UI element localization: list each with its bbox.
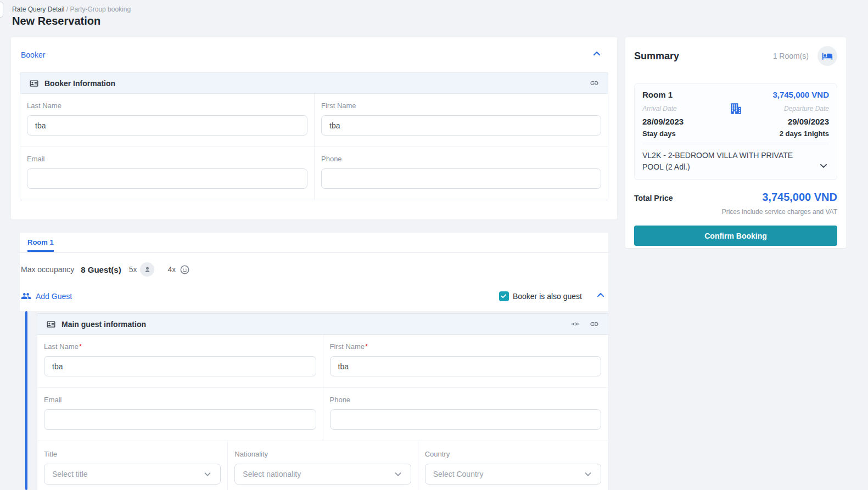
- booker-is-guest-label: Booker is also guest: [513, 292, 582, 301]
- guest-country-cell: Country Select Country: [418, 441, 608, 490]
- country-select[interactable]: Select Country: [425, 464, 601, 485]
- booker-collapse-button[interactable]: [591, 48, 603, 60]
- guest-title-cell: Title Select title: [37, 441, 227, 490]
- chevron-down-icon: [583, 469, 593, 479]
- booker-is-guest-checkbox[interactable]: [499, 291, 509, 301]
- building-icon: [729, 102, 743, 116]
- guest-email-input[interactable]: [44, 409, 316, 430]
- divider: [642, 144, 829, 144]
- chevron-up-icon: [591, 48, 602, 59]
- arrival-date-label: Arrival Date: [642, 105, 729, 112]
- summary-title: Summary: [634, 50, 679, 62]
- guest-phone-cell: Phone: [323, 388, 608, 441]
- total-price-value: 3,745,000 VND: [762, 191, 837, 204]
- max-occupancy-row: Max occupancy 8 Guest(s) 5x 4x: [21, 262, 608, 277]
- guest-last-name-cell: Last Name*: [37, 335, 323, 387]
- contact-card-icon: [29, 78, 39, 88]
- chevron-down-icon: [818, 160, 829, 171]
- tab-room-1[interactable]: Room 1: [27, 238, 54, 252]
- guest-nationality-cell: Nationality Select nationality: [227, 441, 417, 490]
- copy-link-button[interactable]: [590, 319, 599, 329]
- price-note: Prices include service charges and VAT: [634, 208, 837, 216]
- booker-information-header: Booker Information: [20, 73, 608, 94]
- rooms-button[interactable]: [817, 46, 837, 66]
- guest-last-name-input[interactable]: [44, 356, 316, 376]
- booker-information-card: Booker Information Last Name First Name: [20, 72, 608, 200]
- booker-email-cell: Email: [20, 147, 314, 200]
- breadcrumb: Rate Query Detail / Party-Group booking: [12, 5, 131, 13]
- email-label: Email: [44, 396, 316, 404]
- chevron-down-icon: [203, 469, 212, 479]
- main-guest-title: Main guest information: [61, 320, 146, 329]
- main-guest-card: Main guest information: [37, 313, 608, 490]
- required-asterisk: *: [365, 342, 368, 351]
- booker-last-name-input[interactable]: [27, 115, 307, 136]
- title-label: Title: [44, 450, 221, 458]
- booker-first-name-cell: First Name: [314, 94, 608, 147]
- booker-information-title: Booker Information: [44, 79, 115, 88]
- chevron-down-icon: [393, 469, 403, 479]
- check-icon: [500, 292, 507, 300]
- total-price-label: Total Price: [634, 194, 673, 202]
- guest-phone-input[interactable]: [330, 409, 602, 430]
- nationality-label: Nationality: [234, 450, 411, 458]
- arrival-date-value: 28/09/2023: [642, 117, 684, 126]
- booker-section: Booker Booker Information: [11, 37, 617, 219]
- title-select[interactable]: Select title: [44, 464, 221, 485]
- main-guest-header: Main guest information: [37, 314, 608, 335]
- guest-first-name-cell: First Name*: [323, 335, 608, 387]
- room-tabs: Room 1: [20, 233, 608, 253]
- phone-label: Phone: [321, 155, 601, 163]
- first-name-label: First Name*: [330, 342, 602, 351]
- page-title: New Reservation: [12, 15, 100, 27]
- phone-label: Phone: [330, 396, 602, 404]
- drawer-handle[interactable]: [0, 2, 3, 18]
- room-price: 3,745,000 VND: [772, 90, 829, 99]
- add-guest-button[interactable]: Add Guest: [21, 291, 72, 301]
- swap-icon: [570, 319, 580, 329]
- country-label: Country: [425, 450, 601, 458]
- breadcrumb-current: Party-Group booking: [70, 5, 131, 13]
- adults-multiplier: 5x: [129, 265, 137, 274]
- guest-accent-bar: [25, 311, 27, 490]
- breadcrumb-rate-query-detail[interactable]: Rate Query Detail: [12, 5, 64, 13]
- booker-phone-cell: Phone: [314, 147, 608, 200]
- nationality-select[interactable]: Select nationality: [234, 464, 411, 485]
- email-label: Email: [27, 155, 307, 163]
- confirm-booking-button[interactable]: Confirm Booking: [634, 226, 837, 246]
- guest-first-name-input[interactable]: [330, 356, 602, 376]
- adult-avatar: [140, 262, 154, 277]
- person-icon: [143, 266, 152, 274]
- stay-days-value: 2 days 1nights: [780, 129, 829, 138]
- booker-last-name-cell: Last Name: [20, 94, 314, 147]
- copy-link-button[interactable]: [590, 78, 599, 88]
- summary-room-card: Room 1 3,745,000 VND Arrival Date: [634, 83, 837, 180]
- link-icon: [590, 319, 599, 329]
- room-type-name: VL2K - 2-BEDROOM VILLA WITH PRIVATE POOL…: [642, 150, 814, 173]
- add-guest-label: Add Guest: [36, 292, 72, 301]
- copy-booker-data-button[interactable]: [570, 319, 580, 329]
- room-guests-section: Room 1 Max occupancy 8 Guest(s) 5x 4x: [20, 233, 608, 311]
- booker-section-title[interactable]: Booker: [21, 50, 45, 59]
- people-icon: [21, 291, 31, 301]
- last-name-label: Last Name: [27, 102, 307, 110]
- guest-collapse-button[interactable]: [595, 290, 606, 302]
- first-name-label: First Name: [321, 102, 601, 110]
- booker-first-name-input[interactable]: [321, 115, 601, 136]
- chevron-up-icon: [595, 290, 606, 301]
- summary-panel: Summary 1 Room(s) Room 1 3,745,000 VND A…: [625, 37, 846, 248]
- stay-days-label: Stay days: [642, 129, 676, 138]
- departure-date-label: Departure Date: [743, 105, 829, 112]
- required-asterisk: *: [79, 342, 82, 351]
- child-icon: [179, 264, 191, 275]
- room-name: Room 1: [642, 90, 673, 99]
- contact-card-icon: [46, 319, 56, 329]
- booker-phone-input[interactable]: [321, 168, 601, 189]
- add-guest-row: Add Guest Booker is also guest: [21, 290, 606, 302]
- breadcrumb-separator: /: [64, 5, 70, 13]
- last-name-label: Last Name*: [44, 342, 316, 351]
- rooms-count: 1 Room(s): [773, 52, 809, 60]
- booker-email-input[interactable]: [27, 168, 307, 189]
- departure-date-value: 29/09/2023: [788, 117, 829, 126]
- room-details-toggle[interactable]: [818, 160, 829, 173]
